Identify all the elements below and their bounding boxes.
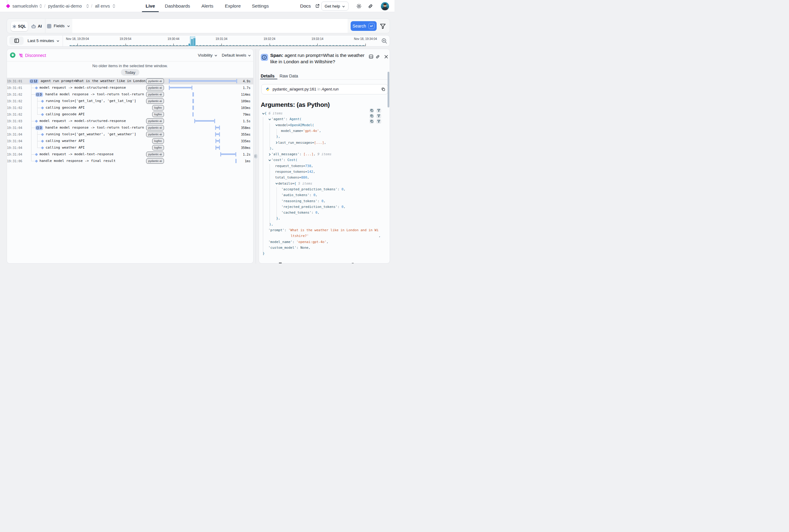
- trace-row[interactable]: 19:31:02calling geocode APIlogfire103ms: [7, 104, 253, 111]
- row-name[interactable]: handle model response -> tool-return too…: [45, 125, 146, 131]
- code-line: ),: [259, 134, 390, 139]
- row-name[interactable]: running tools=['get_lat_lng', 'get_lat_l…: [46, 98, 146, 104]
- filter-icon[interactable]: [380, 24, 386, 29]
- span-diamond-icon: [41, 133, 44, 136]
- tree-elbow-line: [37, 148, 41, 148]
- nav-settings[interactable]: Settings: [249, 0, 272, 12]
- time-range-dropdown[interactable]: Last 5 minutes: [27, 35, 60, 46]
- live-status-icon: [10, 52, 15, 58]
- org-selector-icon[interactable]: [39, 4, 42, 8]
- row-name[interactable]: handle model response -> tool-return too…: [45, 91, 146, 98]
- trace-row[interactable]: 19:31:04model request -> model-text-resp…: [7, 151, 253, 158]
- close-icon[interactable]: [384, 55, 388, 59]
- breadcrumb-env[interactable]: all envs: [95, 0, 110, 12]
- nav-alerts[interactable]: Alerts: [198, 0, 217, 12]
- nav-explore[interactable]: Explore: [222, 0, 244, 12]
- tree-chevron-icon[interactable]: [268, 159, 271, 162]
- breadcrumb-org[interactable]: samuelcolvin: [13, 0, 38, 12]
- row-timestamp: 19:31:06: [7, 158, 21, 164]
- disconnect-button[interactable]: Disconnect: [19, 49, 46, 61]
- fields-dropdown[interactable]: Fields: [45, 19, 72, 33]
- ai-label: AI: [38, 24, 42, 28]
- get-help-button[interactable]: Get help: [321, 1, 348, 11]
- copy-link-icon[interactable]: [376, 55, 380, 59]
- row-timestamp: 19:31:03: [7, 118, 21, 125]
- collapse-chip[interactable]: 3: [35, 126, 43, 130]
- row-timestamp: 19:31:02: [7, 91, 21, 98]
- search-input[interactable]: [72, 19, 348, 33]
- nav-dashboards[interactable]: Dashboards: [162, 0, 193, 12]
- row-duration: 109ms: [241, 98, 250, 104]
- trace-row[interactable]: 19:31:04calling weather APIlogfire350ms: [7, 144, 253, 151]
- code-location-card[interactable]: pydantic_ai/agent.py:161 in Agent.run: [262, 84, 388, 94]
- tree-chevron-icon[interactable]: [275, 182, 278, 185]
- row-name[interactable]: model request -> model-structured-respon…: [40, 84, 146, 91]
- tree-chevron-icon[interactable]: [275, 141, 278, 144]
- row-name[interactable]: agent run prompt=What is the weather lik…: [41, 78, 146, 84]
- filter-node-button[interactable]: [376, 108, 381, 113]
- default-levels-dropdown[interactable]: Default levels: [222, 49, 251, 61]
- breadcrumb-project[interactable]: pydantic-ai-demo: [48, 0, 82, 12]
- dock-panel-icon[interactable]: [369, 55, 373, 59]
- trace-row[interactable]: 19:31:02running tools=['get_lat_lng', 'g…: [7, 98, 253, 104]
- tab-raw-data[interactable]: Raw Data: [280, 74, 298, 80]
- avatar[interactable]: [381, 2, 389, 10]
- trace-row[interactable]: 19:31:0112agent run prompt=What is the w…: [7, 78, 253, 84]
- theme-toggle-icon[interactable]: [357, 4, 362, 9]
- today-badge[interactable]: Today: [121, 69, 139, 76]
- row-name[interactable]: calling geocode API: [46, 104, 146, 111]
- trace-row[interactable]: 19:31:06handle model response -> final r…: [7, 158, 253, 164]
- tree-chevron-icon[interactable]: [262, 112, 265, 115]
- robot-icon: [31, 24, 36, 29]
- trace-row[interactable]: 19:31:023handle model response -> tool-r…: [7, 91, 253, 98]
- scope-badge: logfire: [152, 138, 164, 144]
- tree-chevron-icon[interactable]: [268, 118, 271, 121]
- row-name[interactable]: calling weather API: [46, 138, 146, 144]
- collapse-chip[interactable]: 12: [30, 79, 38, 83]
- trace-row[interactable]: 19:31:02calling geocode APIlogfire79ms: [7, 111, 253, 118]
- row-name[interactable]: calling weather API: [46, 144, 146, 151]
- env-selector-icon[interactable]: [112, 4, 116, 8]
- nav-live[interactable]: Live: [142, 0, 159, 12]
- row-name[interactable]: calling geocode API: [46, 111, 146, 118]
- collapse-chip[interactable]: 3: [35, 92, 43, 97]
- trace-row[interactable]: 19:31:04calling weather APIlogfire335ms: [7, 138, 253, 144]
- sidebar-toggle-button[interactable]: [9, 37, 24, 45]
- project-selector-icon[interactable]: [86, 4, 89, 8]
- row-name[interactable]: model request -> model-structured-respon…: [40, 118, 146, 125]
- share-link-icon[interactable]: [368, 4, 373, 9]
- panel-resize-handle[interactable]: [254, 154, 257, 159]
- histogram-selection[interactable]: [190, 37, 195, 46]
- trace-row[interactable]: 19:31:01model request -> model-structure…: [7, 84, 253, 91]
- filter-node-button[interactable]: [376, 114, 381, 119]
- visibility-dropdown[interactable]: Visibility: [198, 49, 217, 61]
- copy-location-icon[interactable]: [382, 88, 385, 91]
- trace-row[interactable]: 19:31:043handle model response -> tool-r…: [7, 125, 253, 131]
- timeline-tick-label: 19:30:44: [168, 37, 179, 41]
- filter-node-button[interactable]: [376, 119, 381, 124]
- trace-row[interactable]: 19:31:03model request -> model-structure…: [7, 118, 253, 125]
- copy-node-button[interactable]: [369, 119, 374, 124]
- timeline-window-dashes: [70, 45, 365, 46]
- span-detail-panel: Span: agent run prompt=What is the weath…: [259, 49, 390, 264]
- zoom-in-icon[interactable]: [381, 38, 387, 44]
- tree-chevron-icon[interactable]: [268, 153, 271, 156]
- row-name[interactable]: model request -> model-text-response: [40, 151, 146, 158]
- detail-scrollbar[interactable]: [387, 72, 390, 108]
- tree-elbow-line: [37, 101, 41, 101]
- row-name[interactable]: handle model response -> final result: [40, 158, 146, 164]
- tree-chevron-icon[interactable]: [275, 124, 278, 127]
- row-name[interactable]: running tools=['get_weather', 'get_weath…: [46, 131, 146, 138]
- sql-mode-button[interactable]: SQL: [11, 21, 28, 31]
- copy-node-button[interactable]: [369, 108, 374, 113]
- scope-badge: pydantic-ai: [146, 92, 164, 97]
- logfire-logo[interactable]: [6, 4, 10, 8]
- trace-row[interactable]: 19:31:04running tools=['get_weather', 'g…: [7, 131, 253, 138]
- code-line: details={ 5 items: [259, 180, 390, 186]
- search-button[interactable]: Search: [351, 21, 377, 31]
- ai-mode-button[interactable]: AI: [31, 21, 42, 31]
- copy-node-button[interactable]: [369, 114, 374, 119]
- docs-link[interactable]: Docs: [300, 0, 311, 12]
- span-duration-bar: [194, 119, 215, 123]
- code-line: ),: [259, 222, 390, 227]
